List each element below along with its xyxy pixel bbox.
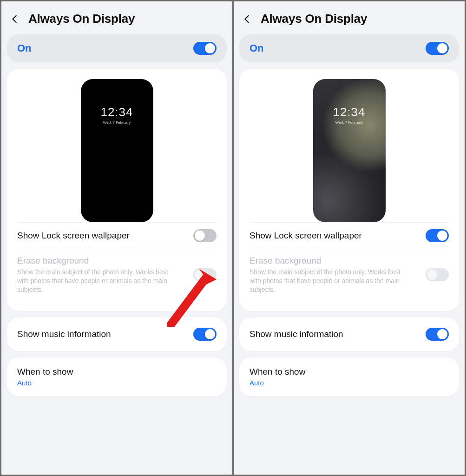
show-wallpaper-label: Show Lock screen wallpaper bbox=[249, 231, 362, 241]
page-title: Always On Display bbox=[261, 12, 367, 26]
erase-background-row: Erase background Show the main subject o… bbox=[17, 249, 217, 301]
chevron-left-icon bbox=[242, 14, 252, 24]
show-wallpaper-toggle[interactable] bbox=[426, 229, 449, 242]
erase-background-row: Erase background Show the main subject o… bbox=[249, 249, 449, 301]
master-toggle-label: On bbox=[249, 42, 264, 54]
music-card: Show music information bbox=[239, 317, 459, 351]
when-value: Auto bbox=[249, 379, 305, 387]
music-row[interactable]: Show music information bbox=[249, 326, 449, 343]
when-card[interactable]: When to show Auto bbox=[7, 357, 227, 396]
pane-right: Always On Display On 12:34 Wed, 7 Februa… bbox=[234, 1, 465, 475]
aod-preview[interactable]: 12:34 Wed, 7 February bbox=[313, 79, 386, 222]
music-card: Show music information bbox=[7, 317, 227, 351]
show-wallpaper-toggle[interactable] bbox=[193, 229, 217, 242]
preview-date: Wed, 7 February bbox=[335, 120, 363, 125]
when-card[interactable]: When to show Auto bbox=[239, 357, 459, 396]
master-toggle-row[interactable]: On bbox=[7, 34, 227, 62]
preview-card: 12:34 Wed, 7 February Show Lock screen w… bbox=[7, 69, 227, 311]
preview-card: 12:34 Wed, 7 February Show Lock screen w… bbox=[239, 69, 459, 311]
music-label: Show music information bbox=[17, 329, 111, 339]
erase-background-toggle bbox=[193, 268, 217, 281]
when-to-show-row[interactable]: When to show Auto bbox=[249, 366, 449, 388]
page-title: Always On Display bbox=[28, 12, 135, 26]
master-toggle-row[interactable]: On bbox=[239, 34, 459, 62]
when-label: When to show bbox=[249, 367, 305, 377]
show-wallpaper-row[interactable]: Show Lock screen wallpaper bbox=[17, 223, 217, 249]
erase-background-toggle bbox=[426, 268, 449, 281]
music-toggle[interactable] bbox=[193, 328, 217, 341]
erase-background-sub: Show the main subject of the photo only.… bbox=[17, 268, 175, 294]
music-toggle[interactable] bbox=[426, 328, 449, 341]
header: Always On Display bbox=[1, 1, 232, 34]
when-to-show-row[interactable]: When to show Auto bbox=[17, 366, 217, 388]
back-button[interactable] bbox=[10, 14, 20, 24]
show-wallpaper-label: Show Lock screen wallpaper bbox=[17, 231, 130, 241]
header: Always On Display bbox=[234, 1, 465, 34]
aod-preview[interactable]: 12:34 Wed, 7 February bbox=[81, 79, 153, 222]
preview-time: 12:34 bbox=[100, 105, 133, 119]
master-toggle[interactable] bbox=[426, 42, 449, 55]
music-row[interactable]: Show music information bbox=[17, 326, 217, 343]
master-toggle[interactable] bbox=[193, 42, 217, 55]
show-wallpaper-row[interactable]: Show Lock screen wallpaper bbox=[249, 223, 449, 249]
preview-time: 12:34 bbox=[333, 105, 365, 119]
chevron-left-icon bbox=[10, 14, 20, 24]
music-label: Show music information bbox=[249, 329, 343, 339]
preview-date: Wed, 7 February bbox=[103, 120, 131, 125]
pane-left: Always On Display On 12:34 Wed, 7 Februa… bbox=[1, 1, 232, 475]
back-button[interactable] bbox=[242, 14, 252, 24]
when-label: When to show bbox=[17, 367, 73, 377]
erase-background-label: Erase background bbox=[17, 256, 175, 266]
when-value: Auto bbox=[17, 379, 73, 387]
master-toggle-label: On bbox=[17, 42, 32, 54]
erase-background-label: Erase background bbox=[249, 256, 407, 266]
erase-background-sub: Show the main subject of the photo only.… bbox=[249, 268, 407, 294]
